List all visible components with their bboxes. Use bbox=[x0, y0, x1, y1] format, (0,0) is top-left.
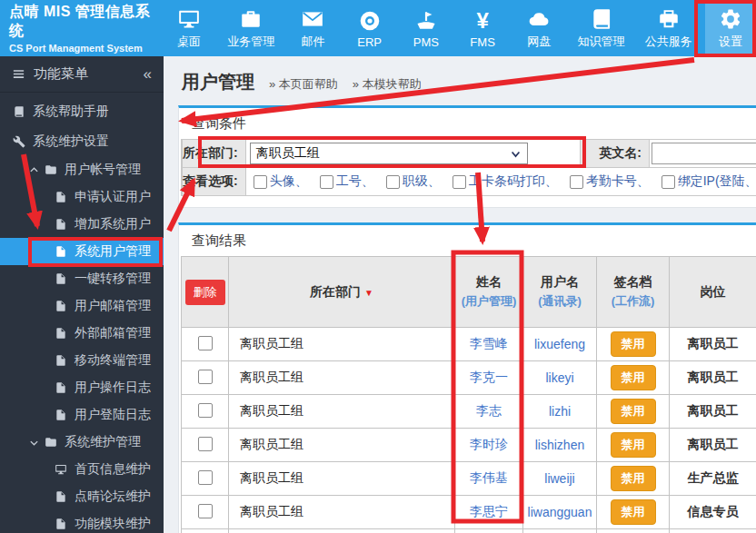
row-checkbox[interactable] bbox=[198, 470, 213, 485]
top-nav-item[interactable]: 公共服务 bbox=[638, 0, 700, 56]
folder-icon bbox=[45, 436, 57, 449]
row-post: 信息专员 bbox=[688, 504, 739, 518]
row-name-link[interactable]: 李时珍 bbox=[470, 437, 508, 451]
row-checkbox[interactable] bbox=[198, 370, 213, 384]
table-row: 离职员工组 李时珍 lishizhen 禁用 离职员工 bbox=[182, 429, 756, 462]
sidebar-item[interactable]: 移动终端管理 bbox=[0, 347, 164, 374]
row-name-link[interactable]: 李克一 bbox=[470, 370, 508, 384]
row-name-link[interactable]: 李伟基 bbox=[470, 470, 508, 485]
sidebar-item[interactable]: 用户帐号管理 bbox=[0, 156, 164, 183]
row-username-link[interactable]: lixuefeng bbox=[534, 337, 585, 351]
wrench-icon bbox=[13, 135, 25, 148]
sidebar-item[interactable]: 一键转移管理 bbox=[0, 265, 164, 292]
english-name-input[interactable] bbox=[652, 143, 756, 164]
disable-button[interactable]: 禁用 bbox=[611, 399, 656, 424]
delete-button[interactable]: 删除 bbox=[185, 280, 225, 305]
results-table: 删除 所在部门 ▼ 姓名 (用户管理) 用户名 (通讯录) bbox=[181, 256, 756, 533]
row-checkbox[interactable] bbox=[198, 504, 213, 518]
sidebar-item[interactable]: 功能模块维护 bbox=[0, 510, 164, 533]
view-option-checkbox[interactable] bbox=[320, 175, 333, 189]
sidebar-item[interactable]: 系统维护设置 bbox=[0, 126, 164, 156]
sidebar-item[interactable]: 系统用户管理 bbox=[0, 238, 164, 265]
view-option-checkbox[interactable] bbox=[254, 175, 267, 189]
row-username-link[interactable]: lizhi bbox=[549, 404, 571, 419]
page-help-link[interactable]: » 本页面帮助 bbox=[269, 76, 338, 93]
row-name-link[interactable]: 李思宁 bbox=[470, 504, 508, 518]
row-name-link[interactable]: 李雪峰 bbox=[470, 336, 508, 350]
top-nav-item[interactable]: PMS bbox=[401, 0, 452, 56]
view-option: 绑定IP(登陆、考勤)、 bbox=[662, 173, 756, 190]
english-name-label: 英文名: bbox=[581, 140, 650, 168]
sidebar-item[interactable]: 用户邮箱管理 bbox=[0, 292, 164, 320]
row-username-link[interactable]: liwangguan bbox=[528, 505, 592, 519]
top-nav-item[interactable]: 知识管理 bbox=[571, 0, 632, 56]
row-department bbox=[229, 529, 455, 533]
top-nav-item[interactable]: 网盘 bbox=[513, 0, 564, 56]
delete-header-cell: 删除 bbox=[182, 257, 229, 328]
sidebar-item[interactable]: 外部邮箱管理 bbox=[0, 320, 164, 347]
view-option-checkbox[interactable] bbox=[662, 175, 675, 189]
sidebar-item[interactable]: 系统维护管理 bbox=[0, 429, 164, 456]
sidebar-item[interactable]: 申请认证用户 bbox=[0, 183, 164, 211]
disable-button[interactable]: 禁用 bbox=[611, 331, 656, 357]
row-username-link[interactable]: liweiji bbox=[544, 471, 574, 486]
collapse-sidebar-icon[interactable]: « bbox=[144, 65, 152, 84]
row-select-cell bbox=[182, 462, 229, 496]
column-name[interactable]: 姓名 (用户管理) bbox=[455, 257, 523, 328]
sidebar-item[interactable]: 系统帮助手册 bbox=[0, 96, 164, 126]
top-nav-item[interactable]: ERP bbox=[344, 0, 395, 56]
row-post: 离职员工 bbox=[688, 336, 739, 350]
row-username-link[interactable]: lishizhen bbox=[535, 438, 584, 452]
top-nav-item[interactable]: 业务管理 bbox=[220, 0, 282, 56]
sidebar-item-label: 系统帮助手册 bbox=[33, 104, 109, 120]
column-signature[interactable]: 签名档 (工作流) bbox=[597, 257, 670, 328]
column-name-link[interactable]: (用户管理) bbox=[455, 293, 522, 310]
view-option-checkbox[interactable] bbox=[570, 175, 583, 189]
sidebar-menu: 系统帮助手册 系统维护设置 用户帐号管理 申请认证用户 bbox=[0, 93, 164, 533]
top-nav-item[interactable]: 邮件 bbox=[287, 0, 338, 56]
sidebar-item-label: 用户操作日志 bbox=[75, 380, 151, 396]
sidebar-item[interactable]: 点晴论坛维护 bbox=[0, 483, 164, 510]
disable-button[interactable]: 禁用 bbox=[611, 466, 656, 491]
row-name-link[interactable]: 李志 bbox=[476, 403, 502, 418]
sidebar-item[interactable]: 用户操作日志 bbox=[0, 374, 164, 401]
row-checkbox[interactable] bbox=[198, 403, 213, 418]
table-row: 离职员工组 李志 lizhi 禁用 离职员工 bbox=[182, 395, 756, 429]
view-option-checkbox[interactable] bbox=[386, 175, 400, 189]
top-nav-item[interactable]: 设置 bbox=[705, 0, 756, 56]
query-results-panel: 查询结果 删除 所在部门 ▼ 姓名 (用户管理) bbox=[178, 222, 756, 533]
row-checkbox[interactable] bbox=[198, 336, 213, 350]
department-select[interactable]: 离职员工组 bbox=[250, 143, 528, 164]
row-department: 离职员工组 bbox=[229, 395, 455, 429]
main-content: 用户管理 » 本页面帮助 » 本模块帮助 查询条件 所在部门: 离职员工组 英文… bbox=[164, 56, 756, 533]
module-help-link[interactable]: » 本模块帮助 bbox=[353, 76, 422, 93]
column-username[interactable]: 用户名 (通讯录) bbox=[523, 257, 597, 328]
smonitor-icon bbox=[55, 463, 67, 476]
sidebar-item-label: 增加系统用户 bbox=[75, 216, 151, 232]
top-nav-item[interactable]: 桌面 bbox=[164, 0, 214, 56]
column-username-link[interactable]: (通讯录) bbox=[523, 293, 596, 310]
row-department: 离职员工组 bbox=[229, 361, 455, 395]
sidebar-item[interactable]: 增加系统用户 bbox=[0, 211, 164, 238]
top-nav-label: 网盘 bbox=[527, 34, 551, 50]
disable-button[interactable]: 禁用 bbox=[611, 432, 656, 458]
column-signature-link[interactable]: (工作流) bbox=[597, 293, 669, 310]
column-department[interactable]: 所在部门 ▼ bbox=[229, 257, 455, 328]
sidebar-item[interactable]: 用户登陆日志 bbox=[0, 401, 164, 429]
sidebar-item-label: 外部邮箱管理 bbox=[75, 325, 151, 341]
file-icon bbox=[55, 300, 67, 312]
sidebar-item[interactable]: 首页信息维护 bbox=[0, 456, 164, 483]
sort-desc-icon: ▼ bbox=[364, 288, 373, 298]
row-select-cell bbox=[182, 529, 229, 533]
column-post[interactable]: 岗位 bbox=[670, 257, 756, 328]
top-nav-item[interactable]: ¥ FMS bbox=[457, 0, 508, 56]
row-checkbox[interactable] bbox=[198, 437, 213, 451]
sidebar-item-label: 用户帐号管理 bbox=[65, 162, 141, 178]
disable-button[interactable]: 禁用 bbox=[611, 365, 656, 390]
monitor-icon bbox=[177, 6, 201, 32]
chevron-down-icon[interactable] bbox=[29, 438, 39, 448]
view-option-checkbox[interactable] bbox=[453, 175, 466, 189]
disable-button[interactable]: 禁用 bbox=[611, 499, 656, 525]
chevron-up-icon[interactable] bbox=[29, 165, 39, 175]
row-username-link[interactable]: likeyi bbox=[545, 370, 573, 385]
